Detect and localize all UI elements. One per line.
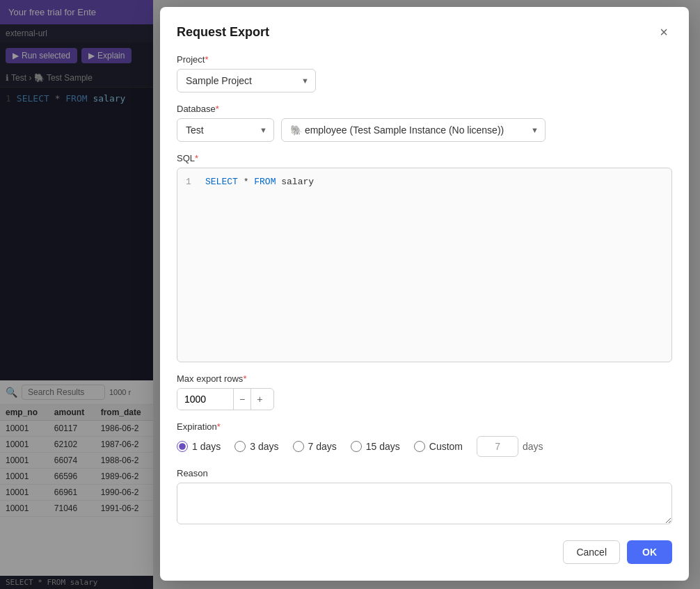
radio-3day[interactable]: [234, 441, 246, 452]
max-rows-label: Max export rows*: [177, 373, 672, 384]
days-unit-label: days: [523, 441, 543, 452]
expiration-15day[interactable]: 15 days: [351, 441, 400, 452]
max-rows-input-group: 1000 − +: [177, 388, 274, 410]
sql-line-1: 1 SELECT * FROM salary: [186, 177, 663, 187]
database-label: Database*: [177, 104, 672, 114]
reason-textarea[interactable]: [177, 483, 672, 524]
sql-editor[interactable]: 1 SELECT * FROM salary: [177, 168, 672, 362]
label-1day: 1 days: [192, 441, 221, 452]
max-rows-row: 1000 − +: [177, 388, 672, 410]
expiration-1day[interactable]: 1 days: [177, 441, 221, 452]
expiration-custom[interactable]: Custom: [414, 441, 463, 452]
modal-footer: Cancel OK: [177, 540, 672, 564]
label-7day: 7 days: [308, 441, 337, 452]
radio-15day[interactable]: [351, 441, 362, 452]
sql-line-number: 1: [186, 177, 197, 187]
expiration-options-row: 1 days 3 days 7 days 15 days Custom 7 da…: [177, 436, 672, 457]
cancel-button[interactable]: Cancel: [563, 540, 620, 564]
database-section: Database* Test ▼ 🐘 employee (Test Sample…: [177, 104, 672, 142]
project-label: Project*: [177, 54, 672, 65]
ok-button[interactable]: OK: [627, 540, 672, 564]
radio-1day[interactable]: [177, 441, 188, 452]
max-rows-section: Max export rows* 1000 − +: [177, 373, 672, 410]
modal-header: Request Export ×: [177, 24, 672, 40]
modal-title: Request Export: [177, 25, 269, 40]
database-row: Test ▼ 🐘 employee (Test Sample Instance …: [177, 118, 672, 142]
expiration-7day[interactable]: 7 days: [293, 441, 337, 452]
custom-days-input-group: 7 days: [477, 436, 543, 457]
label-3day: 3 days: [250, 441, 278, 452]
request-export-modal: Request Export × Project* Sample Project…: [160, 7, 689, 581]
sql-label: SQL*: [177, 153, 672, 163]
reason-section: Reason: [177, 468, 672, 526]
expiration-label: Expiration*: [177, 421, 672, 432]
modal-close-button[interactable]: ×: [655, 24, 672, 40]
project-section: Project* Sample Project ▼: [177, 54, 672, 92]
expiration-section: Expiration* 1 days 3 days 7 days 15 days…: [177, 421, 672, 457]
db-select[interactable]: Test: [177, 118, 274, 142]
instance-select[interactable]: 🐘 employee (Test Sample Instance (No lic…: [281, 118, 546, 142]
expiration-3day[interactable]: 3 days: [234, 441, 278, 452]
label-custom: Custom: [429, 441, 463, 452]
instance-select-wrapper: 🐘 employee (Test Sample Instance (No lic…: [281, 118, 546, 142]
label-15day: 15 days: [366, 441, 400, 452]
decrement-button[interactable]: −: [233, 389, 250, 410]
custom-days-input[interactable]: 7: [477, 436, 518, 457]
project-select[interactable]: Sample Project: [177, 69, 316, 92]
reason-label: Reason: [177, 468, 672, 478]
sql-code: SELECT * FROM salary: [205, 177, 314, 187]
project-select-wrapper: Sample Project ▼: [177, 69, 316, 92]
max-rows-input[interactable]: 1000: [177, 389, 233, 410]
increment-button[interactable]: +: [250, 389, 268, 410]
db-select-wrapper: Test ▼: [177, 118, 274, 142]
radio-7day[interactable]: [293, 441, 304, 452]
radio-custom[interactable]: [414, 441, 425, 452]
sql-section: SQL* 1 SELECT * FROM salary: [177, 153, 672, 362]
